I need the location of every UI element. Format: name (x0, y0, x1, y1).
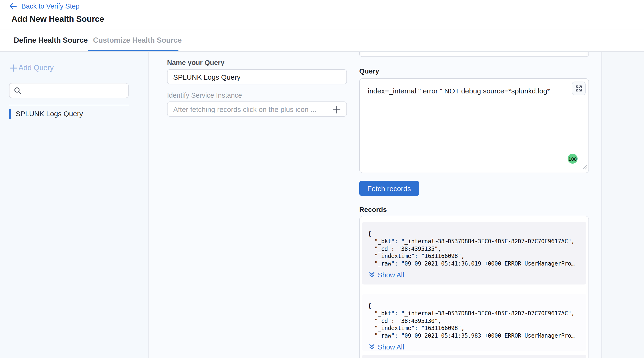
query-name-input[interactable] (167, 69, 347, 84)
record-count-badge: 100 (568, 154, 578, 164)
active-tab-indicator (88, 50, 178, 51)
page-title: Add New Health Source (12, 14, 104, 24)
add-query-button[interactable]: Add Query (10, 63, 54, 72)
record-json: { "_bkt": "_internal~38~D537D8B4-3EC0-4D… (368, 230, 583, 268)
content-area: Add Query SPLUNK Logs Query Name your Qu… (0, 52, 644, 358)
service-instance-input[interactable] (167, 101, 347, 117)
add-query-label: Add Query (18, 63, 54, 72)
show-all-label: Show All (378, 271, 404, 279)
query-label: Query (359, 67, 379, 75)
service-instance-plus-button[interactable] (331, 104, 342, 115)
query-search-box[interactable] (9, 83, 128, 98)
right-rail (602, 52, 644, 358)
selected-indicator-bar (9, 109, 11, 119)
tab-define-health-source[interactable]: Define Health Source (14, 29, 88, 51)
tab-bar: Define Health Source Customize Health So… (0, 29, 644, 52)
plus-icon (332, 105, 340, 114)
plus-icon (10, 64, 18, 72)
expand-icon (575, 85, 582, 92)
show-all-label: Show All (378, 343, 404, 351)
record-item-2: { "_bkt": "_internal~38~D537D8B4-3EC0-4D… (362, 294, 586, 351)
show-all-link[interactable]: Show All (369, 343, 404, 351)
query-item-label: SPLUNK Logs Query (16, 109, 83, 118)
records-label: Records (359, 206, 387, 213)
app-root: Back to Verify Step Add New Health Sourc… (0, 0, 644, 358)
record-item-1: { "_bkt": "_internal~38~D537D8B4-3EC0-4D… (362, 222, 586, 285)
tab-customize-health-source[interactable]: Customize Health Source (93, 29, 182, 51)
double-chevron-down-icon (369, 344, 375, 350)
back-link-label: Back to Verify Step (21, 2, 80, 10)
back-arrow-icon (9, 2, 17, 10)
double-chevron-down-icon (369, 272, 375, 278)
records-panel: { "_bkt": "_internal~38~D537D8B4-3EC0-4D… (359, 216, 589, 358)
clipped-field-wrapper (359, 52, 589, 57)
back-link[interactable]: Back to Verify Step (9, 2, 80, 10)
clipped-input[interactable] (359, 52, 589, 57)
service-instance-label: Identify Service Instance (167, 91, 242, 99)
search-icon (14, 87, 21, 94)
record-json: { "_bkt": "_internal~38~D537D8B4-3EC0-4D… (368, 303, 583, 340)
query-editor[interactable]: index=_internal " error " NOT debug sour… (359, 78, 589, 173)
query-text: index=_internal " error " NOT debug sour… (368, 86, 567, 96)
record-item-3-partial (362, 355, 586, 358)
page-header: Back to Verify Step Add New Health Sourc… (0, 0, 644, 29)
expand-query-button[interactable] (572, 81, 586, 95)
resize-handle-icon[interactable] (582, 163, 588, 172)
show-all-link[interactable]: Show All (369, 271, 404, 279)
search-input[interactable] (25, 87, 120, 94)
fetch-records-button[interactable]: Fetch records (359, 181, 419, 196)
query-sidebar: Add Query SPLUNK Logs Query (0, 52, 149, 358)
sidebar-divider (9, 105, 129, 105)
name-query-label: Name your Query (167, 59, 224, 66)
sidebar-item-splunk-logs-query[interactable]: SPLUNK Logs Query (0, 108, 149, 120)
